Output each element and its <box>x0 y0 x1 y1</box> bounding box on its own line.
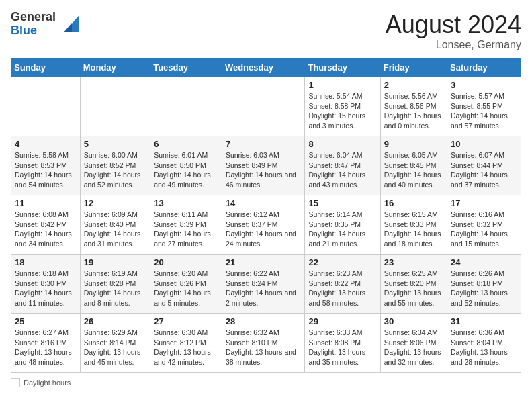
day-info: Sunrise: 5:57 AM Sunset: 8:55 PM Dayligh… <box>451 91 517 131</box>
day-info: Sunrise: 6:04 AM Sunset: 8:47 PM Dayligh… <box>308 150 376 190</box>
day-number: 8 <box>308 139 376 149</box>
day-info: Sunrise: 6:03 AM Sunset: 8:49 PM Dayligh… <box>226 150 302 190</box>
day-number: 5 <box>84 139 146 149</box>
day-number: 4 <box>15 139 77 149</box>
day-number: 31 <box>451 316 517 326</box>
day-number: 19 <box>84 257 146 267</box>
calendar-cell: 28Sunrise: 6:32 AM Sunset: 8:10 PM Dayli… <box>222 314 305 373</box>
day-number: 16 <box>384 198 443 208</box>
day-info: Sunrise: 6:23 AM Sunset: 8:22 PM Dayligh… <box>308 269 376 308</box>
day-info: Sunrise: 6:26 AM Sunset: 8:18 PM Dayligh… <box>451 269 517 308</box>
day-number: 30 <box>384 316 443 326</box>
day-info: Sunrise: 6:33 AM Sunset: 8:08 PM Dayligh… <box>308 328 376 367</box>
day-number: 26 <box>84 316 146 326</box>
header-day-monday: Monday <box>80 58 150 77</box>
header-day-wednesday: Wednesday <box>222 58 305 77</box>
day-number: 1 <box>308 80 376 90</box>
day-info: Sunrise: 6:16 AM Sunset: 8:32 PM Dayligh… <box>451 210 517 249</box>
day-number: 13 <box>154 198 218 208</box>
logo-general-text: General <box>11 11 56 24</box>
day-number: 23 <box>384 257 443 267</box>
day-number: 29 <box>308 316 376 326</box>
day-number: 7 <box>226 139 302 149</box>
day-info: Sunrise: 5:54 AM Sunset: 8:58 PM Dayligh… <box>308 91 376 131</box>
day-number: 10 <box>451 139 517 149</box>
calendar-cell <box>80 77 150 136</box>
calendar-cell <box>150 77 222 136</box>
page-header: General Blue August 2024 Lonsee, Germany <box>11 11 521 51</box>
day-info: Sunrise: 6:36 AM Sunset: 8:04 PM Dayligh… <box>451 328 517 367</box>
day-info: Sunrise: 6:11 AM Sunset: 8:39 PM Dayligh… <box>154 210 218 249</box>
day-info: Sunrise: 6:25 AM Sunset: 8:20 PM Dayligh… <box>384 269 443 308</box>
calendar-cell: 7Sunrise: 6:03 AM Sunset: 8:49 PM Daylig… <box>222 136 305 195</box>
week-row-2: 4Sunrise: 5:58 AM Sunset: 8:53 PM Daylig… <box>11 136 521 195</box>
calendar-header-row: SundayMondayTuesdayWednesdayThursdayFrid… <box>11 58 521 77</box>
day-info: Sunrise: 6:01 AM Sunset: 8:50 PM Dayligh… <box>154 150 218 190</box>
calendar-cell: 14Sunrise: 6:12 AM Sunset: 8:37 PM Dayli… <box>222 195 305 255</box>
calendar-cell: 8Sunrise: 6:04 AM Sunset: 8:47 PM Daylig… <box>305 136 380 195</box>
calendar-cell <box>11 77 81 136</box>
week-row-3: 11Sunrise: 6:08 AM Sunset: 8:42 PM Dayli… <box>11 195 521 255</box>
day-number: 28 <box>226 316 302 326</box>
day-info: Sunrise: 6:09 AM Sunset: 8:40 PM Dayligh… <box>84 210 146 249</box>
day-info: Sunrise: 6:22 AM Sunset: 8:24 PM Dayligh… <box>226 269 302 308</box>
day-info: Sunrise: 6:20 AM Sunset: 8:26 PM Dayligh… <box>154 269 218 308</box>
header-day-thursday: Thursday <box>305 58 380 77</box>
day-info: Sunrise: 6:34 AM Sunset: 8:06 PM Dayligh… <box>384 328 443 367</box>
calendar-cell: 31Sunrise: 6:36 AM Sunset: 8:04 PM Dayli… <box>447 314 521 373</box>
calendar-cell: 3Sunrise: 5:57 AM Sunset: 8:55 PM Daylig… <box>447 77 521 136</box>
day-info: Sunrise: 6:29 AM Sunset: 8:14 PM Dayligh… <box>84 328 146 367</box>
calendar-cell: 4Sunrise: 5:58 AM Sunset: 8:53 PM Daylig… <box>11 136 81 195</box>
daylight-box <box>11 378 20 387</box>
week-row-5: 25Sunrise: 6:27 AM Sunset: 8:16 PM Dayli… <box>11 314 521 373</box>
day-info: Sunrise: 5:58 AM Sunset: 8:53 PM Dayligh… <box>15 150 77 190</box>
day-info: Sunrise: 6:07 AM Sunset: 8:44 PM Dayligh… <box>451 150 517 190</box>
day-info: Sunrise: 6:00 AM Sunset: 8:52 PM Dayligh… <box>84 150 146 190</box>
calendar-cell: 22Sunrise: 6:23 AM Sunset: 8:22 PM Dayli… <box>305 255 380 314</box>
day-info: Sunrise: 6:18 AM Sunset: 8:30 PM Dayligh… <box>15 269 77 308</box>
calendar-cell: 16Sunrise: 6:15 AM Sunset: 8:33 PM Dayli… <box>380 195 447 255</box>
calendar-cell: 9Sunrise: 6:05 AM Sunset: 8:45 PM Daylig… <box>380 136 447 195</box>
day-info: Sunrise: 6:30 AM Sunset: 8:12 PM Dayligh… <box>154 328 218 367</box>
week-row-1: 1Sunrise: 5:54 AM Sunset: 8:58 PM Daylig… <box>11 77 521 136</box>
calendar-cell: 17Sunrise: 6:16 AM Sunset: 8:32 PM Dayli… <box>447 195 521 255</box>
day-info: Sunrise: 6:32 AM Sunset: 8:10 PM Dayligh… <box>226 328 302 367</box>
location: Lonsee, Germany <box>386 39 521 51</box>
day-info: Sunrise: 5:56 AM Sunset: 8:56 PM Dayligh… <box>384 91 443 131</box>
header-day-sunday: Sunday <box>11 58 81 77</box>
calendar-cell: 5Sunrise: 6:00 AM Sunset: 8:52 PM Daylig… <box>80 136 150 195</box>
day-info: Sunrise: 6:05 AM Sunset: 8:45 PM Dayligh… <box>384 150 443 190</box>
footer: Daylight hours <box>11 378 521 389</box>
day-number: 12 <box>84 198 146 208</box>
calendar-table: SundayMondayTuesdayWednesdayThursdayFrid… <box>11 58 521 373</box>
day-number: 25 <box>15 316 77 326</box>
calendar-cell <box>222 77 305 136</box>
day-number: 27 <box>154 316 218 326</box>
calendar-cell: 30Sunrise: 6:34 AM Sunset: 8:06 PM Dayli… <box>380 314 447 373</box>
logo-icon <box>57 13 79 35</box>
calendar-cell: 21Sunrise: 6:22 AM Sunset: 8:24 PM Dayli… <box>222 255 305 314</box>
calendar-cell: 6Sunrise: 6:01 AM Sunset: 8:50 PM Daylig… <box>150 136 222 195</box>
calendar-cell: 27Sunrise: 6:30 AM Sunset: 8:12 PM Dayli… <box>150 314 222 373</box>
calendar-cell: 13Sunrise: 6:11 AM Sunset: 8:39 PM Dayli… <box>150 195 222 255</box>
day-number: 2 <box>384 80 443 90</box>
header-day-tuesday: Tuesday <box>150 58 222 77</box>
header-day-friday: Friday <box>380 58 447 77</box>
day-number: 22 <box>308 257 376 267</box>
day-number: 21 <box>226 257 302 267</box>
calendar-cell: 26Sunrise: 6:29 AM Sunset: 8:14 PM Dayli… <box>80 314 150 373</box>
calendar-cell: 25Sunrise: 6:27 AM Sunset: 8:16 PM Dayli… <box>11 314 81 373</box>
day-number: 11 <box>15 198 77 208</box>
calendar-cell: 15Sunrise: 6:14 AM Sunset: 8:35 PM Dayli… <box>305 195 380 255</box>
day-number: 3 <box>451 80 517 90</box>
svg-marker-1 <box>64 23 72 32</box>
title-block: August 2024 Lonsee, Germany <box>386 11 521 51</box>
day-info: Sunrise: 6:15 AM Sunset: 8:33 PM Dayligh… <box>384 210 443 249</box>
calendar-cell: 2Sunrise: 5:56 AM Sunset: 8:56 PM Daylig… <box>380 77 447 136</box>
day-number: 14 <box>226 198 302 208</box>
calendar-cell: 1Sunrise: 5:54 AM Sunset: 8:58 PM Daylig… <box>305 77 380 136</box>
daylight-legend: Daylight hours <box>11 378 71 387</box>
day-info: Sunrise: 6:08 AM Sunset: 8:42 PM Dayligh… <box>15 210 77 249</box>
calendar-cell: 10Sunrise: 6:07 AM Sunset: 8:44 PM Dayli… <box>447 136 521 195</box>
calendar-cell: 19Sunrise: 6:19 AM Sunset: 8:28 PM Dayli… <box>80 255 150 314</box>
